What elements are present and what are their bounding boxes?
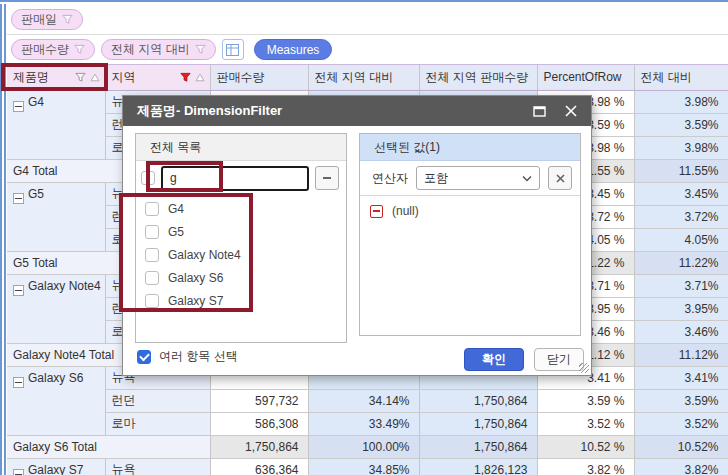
maximize-icon[interactable]	[531, 103, 547, 119]
region-cell: 런던	[105, 389, 210, 412]
column-header-qty[interactable]: 판매수량	[210, 65, 308, 90]
minus-glyph	[15, 382, 22, 383]
column-header-label: 전체 지역 판매수량	[426, 70, 529, 84]
product-cell: Galaxy S6	[7, 366, 105, 435]
field-chip-sale-date[interactable]: 판매일	[11, 9, 83, 30]
column-header-vs-total[interactable]: 전체 대비	[634, 65, 728, 90]
column-header-vs-region[interactable]: 전체 지역 대비	[308, 65, 419, 90]
cell-vs_total: 3.95%	[634, 297, 728, 320]
active-filter-funnel-icon[interactable]	[180, 72, 191, 83]
product-cell: G4	[7, 90, 105, 159]
list-item[interactable]: G5	[136, 220, 346, 243]
cell-vs_region: 34.14%	[308, 389, 419, 412]
cell-vs_total: 4.05%	[634, 228, 728, 251]
window-pane-icon	[226, 44, 239, 56]
collapse-icon[interactable]	[13, 377, 24, 388]
product-cell: G5	[7, 182, 105, 251]
sort-triangle-icon[interactable]	[195, 73, 205, 82]
column-header-region-qty[interactable]: 전체 지역 판매수량	[419, 65, 537, 90]
minus-glyph	[15, 290, 22, 291]
cell-percent_of_row: 3.52 %	[537, 412, 634, 435]
minus-icon	[323, 177, 331, 179]
search-input[interactable]	[161, 166, 309, 191]
item-checkbox[interactable]	[145, 202, 159, 216]
table-row: 로마586,30833.49%1,750,8643.52 %3.52%	[7, 412, 728, 435]
item-checkbox[interactable]	[145, 248, 159, 262]
close-icon[interactable]	[563, 103, 579, 119]
collapse-icon[interactable]	[13, 101, 24, 112]
funnel-icon	[195, 44, 206, 55]
dialog-titlebar[interactable]: 제품명- DimensionFilter	[123, 96, 591, 126]
ok-button[interactable]: 확인	[464, 348, 524, 371]
remove-item-icon[interactable]	[370, 205, 383, 218]
column-header-region[interactable]: 지역	[105, 65, 210, 90]
item-checkbox[interactable]	[145, 225, 159, 239]
measures-chip[interactable]: Measures	[254, 39, 333, 60]
select-all-checkbox[interactable]	[141, 171, 155, 185]
multi-select-row: 여러 항목 선택	[137, 348, 238, 365]
column-header-product[interactable]: 제품명	[7, 65, 105, 90]
item-checkbox[interactable]	[145, 271, 159, 285]
product-label: Galaxy S6	[28, 371, 83, 385]
operator-select[interactable]: 포함	[416, 166, 540, 190]
close-button[interactable]: 닫기	[534, 348, 584, 371]
cell-vs_total: 3.41%	[634, 366, 728, 389]
cell-vs_total: 3.59%	[634, 113, 728, 136]
list-item[interactable]: Galaxy S7	[136, 289, 346, 312]
cell-vs_total: 3.45%	[634, 182, 728, 205]
product-label: G4	[28, 95, 44, 109]
cell-vs_total: 11.12%	[634, 343, 728, 366]
field-chip-vs-region[interactable]: 전체 지역 대비	[101, 39, 216, 60]
sort-triangle-icon[interactable]	[90, 73, 100, 82]
item-label: G4	[168, 202, 184, 216]
total-label: Galaxy S6 Total	[7, 435, 210, 458]
list-item[interactable]: G4	[136, 197, 346, 220]
cell-vs_region: 100.00%	[308, 435, 419, 458]
all-items-header: 전체 목록	[136, 134, 346, 161]
x-icon	[556, 174, 565, 183]
filter-funnel-icon[interactable]	[75, 72, 86, 83]
cell-percent_of_row: 3.59 %	[537, 389, 634, 412]
cell-region_qty: 1,750,864	[419, 435, 537, 458]
column-header-label: 제품명	[13, 69, 49, 86]
item-label: Galaxy S6	[168, 271, 223, 285]
region-cell: 뉴욕	[105, 458, 210, 475]
selected-values-panel: 선택된 값(1) 연산자 포함 (null)	[359, 133, 581, 336]
column-header-label: 지역	[112, 69, 136, 86]
cell-vs_total: 3.46%	[634, 320, 728, 343]
field-chip-label: 판매수량	[21, 41, 69, 58]
chevron-down-icon	[522, 175, 532, 182]
collapse-icon[interactable]	[13, 285, 24, 296]
column-header-percentofrow[interactable]: PercentOfRow	[537, 65, 634, 90]
cell-qty: 636,364	[210, 458, 308, 475]
dialog-title: 제품명- DimensionFilter	[137, 102, 282, 120]
cell-percent_of_row: 3.82 %	[537, 458, 634, 475]
item-label: Galaxy Note4	[168, 248, 241, 262]
column-header-label: 전체 지역 대비	[315, 70, 394, 84]
dimension-value-list: G4G5Galaxy Note4Galaxy S6Galaxy S7	[136, 195, 346, 312]
list-item[interactable]: Galaxy Note4	[136, 243, 346, 266]
minus-glyph	[373, 210, 380, 212]
cell-qty: 1,750,864	[210, 435, 308, 458]
product-label: Galaxy S7	[28, 463, 83, 475]
cell-vs_total: 11.55%	[634, 159, 728, 182]
minus-glyph	[15, 106, 22, 107]
table-row-total: Galaxy S6 Total1,750,864100.00%1,750,864…	[7, 435, 728, 458]
clear-selection-button[interactable]	[548, 166, 572, 190]
list-item[interactable]: Galaxy S6	[136, 266, 346, 289]
column-header-label: 판매수량	[217, 70, 265, 84]
collapse-icon[interactable]	[13, 193, 24, 204]
pane-layout-button[interactable]	[222, 39, 244, 60]
cell-vs_total: 3.82%	[634, 458, 728, 475]
resize-grip[interactable]	[579, 363, 589, 373]
multi-select-checkbox[interactable]	[137, 350, 151, 364]
collapse-icon[interactable]	[13, 469, 24, 475]
operator-value: 포함	[424, 170, 448, 187]
field-chip-sales-qty[interactable]: 판매수량	[11, 39, 95, 60]
remove-filter-button[interactable]	[315, 166, 339, 190]
field-chip-label: 전체 지역 대비	[111, 41, 190, 58]
item-checkbox[interactable]	[145, 294, 159, 308]
selected-item[interactable]: (null)	[360, 198, 580, 224]
cell-vs_total: 3.98%	[634, 136, 728, 159]
product-label: Galaxy Note4	[28, 279, 101, 293]
